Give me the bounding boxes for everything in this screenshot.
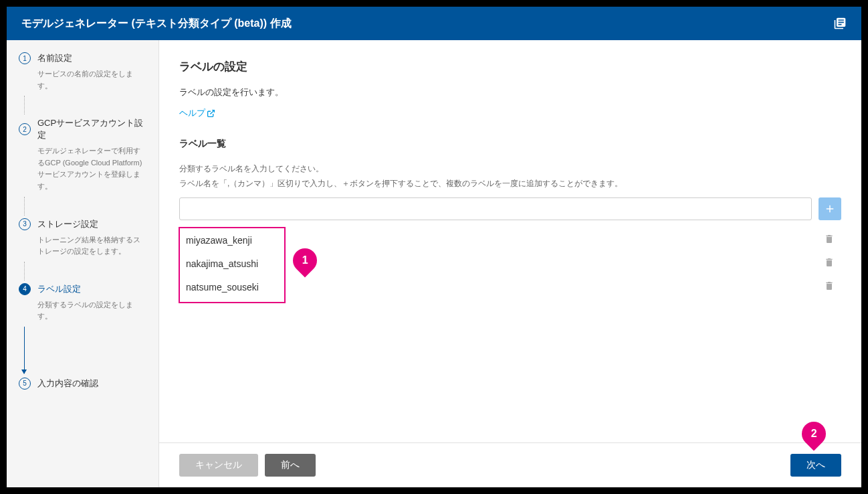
step-1[interactable]: 1 名前設定 サービスの名前の設定をします。 [19, 52, 146, 92]
app-window: モデルジェネレーター (テキスト分類タイプ (beta)) 作成 1 名前設定 … [7, 7, 861, 487]
step-connector-arrow [24, 327, 25, 374]
step-3[interactable]: 3 ストレージ設定 トレーニング結果を格納するストレージの設定をします。 [19, 218, 146, 258]
footer-left: キャンセル 前へ [179, 454, 316, 477]
step-title: 入力内容の確認 [37, 378, 98, 390]
content-title: ラベルの設定 [179, 59, 841, 74]
plus-icon [824, 203, 836, 215]
step-desc: 分類するラベルの設定をします。 [37, 299, 146, 323]
docs-icon[interactable] [833, 17, 847, 30]
header: モデルジェネレーター (テキスト分類タイプ (beta)) 作成 [7, 7, 861, 40]
main: ラベルの設定 ラベルの設定を行います。 ヘルプ ラベル一覧 分類するラベル名を入… [159, 40, 861, 487]
delete-icon[interactable] [824, 280, 835, 293]
step-connector [24, 197, 25, 216]
label-name: natsume_souseki [186, 282, 259, 293]
content: ラベルの設定 ラベルの設定を行います。 ヘルプ ラベル一覧 分類するラベル名を入… [159, 40, 861, 442]
step-number-icon: 4 [19, 283, 31, 295]
label-input-row [179, 197, 841, 220]
step-title: ラベル設定 [37, 283, 81, 295]
step-desc: サービスの名前の設定をします。 [37, 68, 146, 92]
page-title: モデルジェネレーター (テキスト分類タイプ (beta)) 作成 [21, 17, 292, 31]
label-item: nakajima_atsushi [179, 252, 841, 275]
step-connector [24, 262, 25, 280]
footer: キャンセル 前へ 次へ 2 [159, 442, 861, 487]
step-title: ストレージ設定 [37, 218, 98, 230]
step-number-icon: 3 [19, 218, 31, 230]
sidebar: 1 名前設定 サービスの名前の設定をします。 2 GCPサービスアカウント設定 … [7, 40, 159, 487]
label-input[interactable] [179, 197, 812, 220]
step-number-icon: 2 [19, 123, 31, 135]
help-link-label: ヘルプ [179, 107, 205, 119]
step-4-active[interactable]: 4 ラベル設定 分類するラベルの設定をします。 [19, 283, 146, 323]
label-name: nakajima_atsushi [186, 258, 258, 269]
step-title: 名前設定 [37, 52, 72, 64]
step-number-icon: 5 [19, 378, 31, 390]
step-title: GCPサービスアカウント設定 [37, 117, 146, 141]
step-desc: トレーニング結果を格納するストレージの設定をします。 [37, 234, 146, 258]
cancel-button[interactable]: キャンセル [179, 454, 258, 477]
label-list: miyazawa_kenji nakajima_atsushi natsume_… [179, 228, 841, 299]
hint-text: 分類するラベル名を入力してください。 ラベル名を「,（カンマ）」区切りで入力し、… [179, 162, 841, 191]
svg-line-0 [210, 110, 214, 114]
content-desc: ラベルの設定を行います。 [179, 86, 841, 98]
label-name: miyazawa_kenji [186, 235, 252, 246]
step-2[interactable]: 2 GCPサービスアカウント設定 モデルジェネレーターで利用するGCP (Goo… [19, 117, 146, 192]
prev-button[interactable]: 前へ [265, 454, 316, 477]
step-5[interactable]: 5 入力内容の確認 [19, 378, 146, 390]
help-link[interactable]: ヘルプ [179, 107, 215, 119]
label-item: natsume_souseki [179, 275, 841, 299]
section-title: ラベル一覧 [179, 138, 841, 150]
next-button[interactable]: 次へ [790, 454, 841, 477]
delete-icon[interactable] [824, 257, 835, 270]
add-label-button[interactable] [819, 197, 841, 220]
delete-icon[interactable] [824, 234, 835, 246]
body: 1 名前設定 サービスの名前の設定をします。 2 GCPサービスアカウント設定 … [7, 40, 861, 487]
label-item: miyazawa_kenji [179, 228, 841, 252]
step-connector [24, 96, 25, 114]
step-number-icon: 1 [19, 52, 31, 64]
step-desc: モデルジェネレーターで利用するGCP (Google Cloud Platfor… [37, 145, 146, 192]
